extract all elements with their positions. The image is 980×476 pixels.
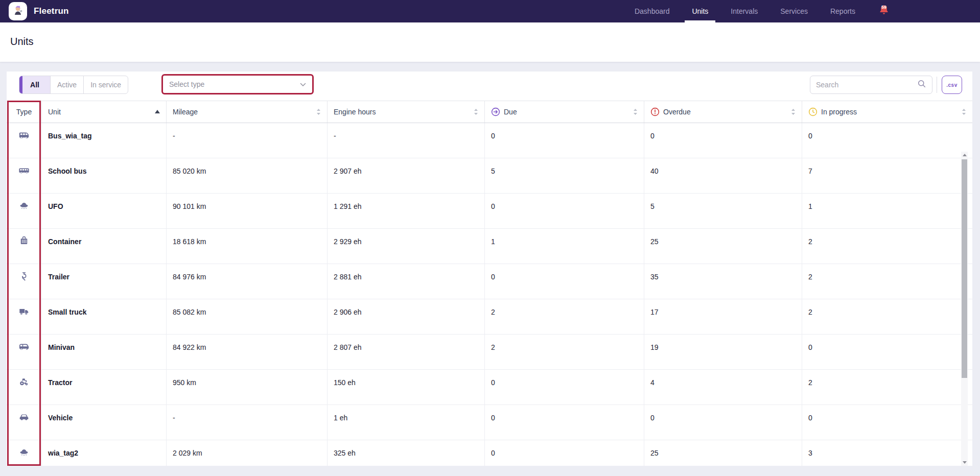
engine-hours-cell: 325 eh: [327, 440, 484, 466]
unit-type-cell: [7, 299, 41, 334]
nav-item-dashboard[interactable]: Dashboard: [635, 0, 670, 22]
due-count-cell: 0: [484, 370, 644, 404]
unit-name-cell: Minivan: [41, 335, 166, 369]
nav-item-units[interactable]: Units: [692, 0, 708, 22]
due-count-cell: 0: [484, 440, 644, 466]
type-select-dropdown[interactable]: Select type: [161, 74, 314, 94]
table-row-tractor[interactable]: Tractor950 km150 eh042: [7, 370, 972, 405]
unit-name-cell: UFO: [41, 194, 166, 228]
engine-hours-cell: 2 929 eh: [327, 229, 484, 264]
filter-tab-in-service[interactable]: In service: [83, 76, 128, 93]
tractor-icon: [18, 376, 30, 404]
due-count-cell: 0: [484, 405, 644, 440]
column-header-type[interactable]: Type: [7, 101, 41, 123]
search-input[interactable]: Search: [810, 76, 932, 94]
column-header-unit[interactable]: Unit: [41, 101, 166, 123]
scrollbar-up-arrow-icon[interactable]: [961, 152, 968, 158]
column-header-in-progress[interactable]: In progress: [802, 101, 972, 123]
nav-item-reports[interactable]: Reports: [830, 0, 855, 22]
column-label: Mileage: [173, 108, 198, 116]
overdue-count-cell: 25: [644, 229, 802, 264]
overdue-count-cell: 0: [644, 123, 802, 158]
toolbar-divider: [937, 77, 937, 93]
nav-item-services[interactable]: Services: [780, 0, 808, 22]
table-row-trailer[interactable]: Trailer84 976 km2 881 eh0352: [7, 264, 972, 299]
units-card: AllActiveIn service Select type Search .…: [7, 72, 972, 466]
unit-name-cell: wia_tag2: [41, 440, 166, 466]
unit-type-cell: [7, 405, 41, 440]
mileage-cell: 84 922 km: [166, 335, 327, 369]
unit-type-cell: [7, 370, 41, 404]
notification-count-badge: 59: [878, 5, 890, 10]
chevron-down-icon: [300, 80, 306, 89]
unit-name-cell: Tractor: [41, 370, 166, 404]
engine-hours-cell: 150 eh: [327, 370, 484, 404]
engine-hours-cell: -: [327, 123, 484, 158]
overdue-count-cell: 0: [644, 405, 802, 440]
overdue-count-cell: 35: [644, 264, 802, 299]
export-csv-button[interactable]: .csv: [942, 76, 962, 94]
in-progress-count-cell: 0: [802, 123, 972, 158]
mileage-cell: 84 976 km: [166, 264, 327, 299]
engine-hours-cell: 1 eh: [327, 405, 484, 440]
mileage-cell: 90 101 km: [166, 194, 327, 228]
sort-toggle-icon: [633, 108, 638, 115]
page-title-bar: Units: [0, 22, 980, 62]
table-body: Bus_wia_tag--000School bus85 020 km2 907…: [7, 123, 972, 466]
app-logo[interactable]: [9, 2, 27, 20]
in-progress-count-cell: 1: [802, 194, 972, 228]
unit-name-cell: Vehicle: [41, 405, 166, 440]
unit-name-cell: Trailer: [41, 264, 166, 299]
table-row-bus-wia-tag[interactable]: Bus_wia_tag--000: [7, 123, 972, 158]
table-row-vehicle[interactable]: Vehicle-1 eh000: [7, 405, 972, 440]
column-label: Engine hours: [334, 108, 376, 116]
sort-toggle-icon: [791, 108, 796, 115]
main-nav: DashboardUnitsIntervalsServicesReports 5…: [635, 0, 890, 22]
in-progress-count-cell: 7: [802, 158, 972, 193]
sort-toggle-icon: [316, 108, 321, 115]
in-progress-count-cell: 0: [802, 335, 972, 369]
table-row-school-bus[interactable]: School bus85 020 km2 907 eh5407: [7, 158, 972, 194]
unit-name-cell: Small truck: [41, 299, 166, 334]
table-row-wia-tag2[interactable]: wia_tag22 029 km325 eh0253: [7, 440, 972, 466]
table-row-container[interactable]: Container18 618 km2 929 eh1252: [7, 229, 972, 264]
unit-name-cell: Bus_wia_tag: [41, 123, 166, 158]
type-select-placeholder: Select type: [169, 80, 204, 88]
due-count-cell: 1: [484, 229, 644, 264]
table-row-small-truck[interactable]: Small truck85 082 km2 906 eh2172: [7, 299, 972, 335]
scrollbar-thumb[interactable]: [962, 159, 967, 378]
column-header-engine-hours[interactable]: Engine hours: [327, 101, 484, 123]
due-count-cell: 2: [484, 335, 644, 369]
unit-name-cell: Container: [41, 229, 166, 264]
filter-tab-all[interactable]: All: [19, 76, 50, 93]
car-icon: [18, 412, 30, 440]
scrollbar-down-arrow-icon[interactable]: [961, 459, 968, 466]
status-filter-tabs: AllActiveIn service: [19, 76, 128, 94]
column-header-mileage[interactable]: Mileage: [166, 101, 327, 123]
table-row-ufo[interactable]: UFO90 101 km1 291 eh051: [7, 194, 972, 229]
table-row-minivan[interactable]: Minivan84 922 km2 807 eh2190: [7, 335, 972, 370]
column-header-due[interactable]: Due: [484, 101, 644, 123]
column-header-overdue[interactable]: Overdue: [644, 101, 802, 123]
unit-name-cell: School bus: [41, 158, 166, 193]
overdue-alert-icon: [650, 107, 660, 116]
filter-tab-active[interactable]: Active: [50, 76, 83, 93]
search-placeholder: Search: [816, 81, 838, 89]
due-circle-arrow-icon: [491, 107, 500, 116]
column-label: Type: [16, 108, 32, 116]
notifications-bell-button[interactable]: 59: [878, 0, 890, 22]
mileage-cell: 85 020 km: [166, 158, 327, 193]
table-scrollbar[interactable]: [961, 152, 968, 466]
in-progress-count-cell: 2: [802, 264, 972, 299]
unit-type-cell: [7, 229, 41, 264]
sort-toggle-icon: [962, 108, 966, 115]
column-label: Unit: [48, 108, 61, 116]
brand-name: Fleetrun: [34, 0, 69, 22]
nav-item-intervals[interactable]: Intervals: [731, 0, 758, 22]
in-progress-count-cell: 3: [802, 440, 972, 466]
ufo-icon: [18, 200, 30, 228]
page-title: Units: [10, 36, 34, 47]
overdue-count-cell: 40: [644, 158, 802, 193]
in-progress-count-cell: 2: [802, 370, 972, 404]
unit-type-cell: [7, 440, 41, 466]
